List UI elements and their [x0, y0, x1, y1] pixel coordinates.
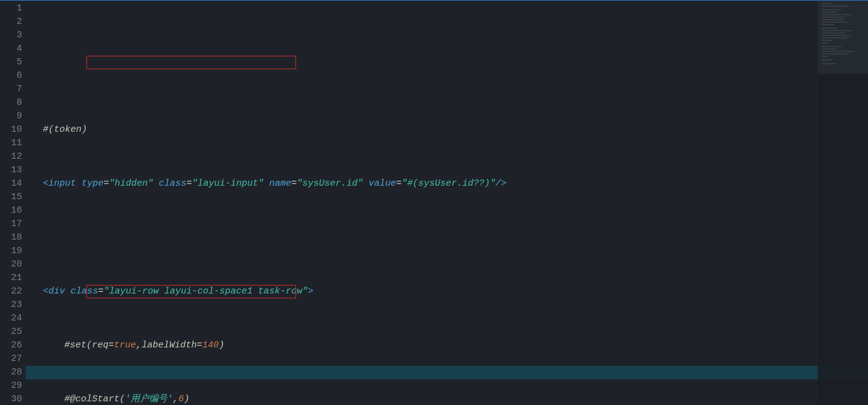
line-number: 15	[0, 191, 26, 204]
current-line-highlight	[26, 366, 868, 379]
highlight-box	[86, 285, 296, 298]
line-number: 7	[0, 83, 26, 96]
line-number: 20	[0, 258, 26, 271]
line-number: 25	[0, 325, 26, 339]
line-number: 5	[0, 56, 26, 69]
line-number: 29	[0, 379, 26, 393]
line-number: 14	[0, 177, 26, 191]
line-number: 28	[0, 366, 26, 379]
highlight-box	[86, 56, 296, 69]
line-number: 1	[0, 2, 26, 15]
line-number: 30	[0, 393, 26, 405]
code-line[interactable]: #set(req=true,labelWidth=140)	[26, 339, 868, 352]
line-number-gutter: 1 2 3 4 5 6 7 8 9 10 11 12 13 14 15 16 1…	[0, 1, 26, 405]
line-number: 12	[0, 150, 26, 164]
code-line[interactable]: #(token)	[26, 123, 868, 137]
line-number: 23	[0, 298, 26, 312]
code-area[interactable]: #(token) <input type="hidden" class="lay…	[26, 1, 868, 405]
line-number: 6	[0, 69, 26, 83]
line-number: 4	[0, 42, 26, 56]
line-number: 16	[0, 204, 26, 218]
line-number: 18	[0, 231, 26, 244]
code-line[interactable]: <input type="hidden" class="layui-input"…	[26, 177, 868, 191]
line-number: 26	[0, 339, 26, 352]
line-number: 8	[0, 96, 26, 110]
line-number: 11	[0, 137, 26, 150]
line-number: 27	[0, 352, 26, 366]
line-number: 9	[0, 110, 26, 123]
line-number: 13	[0, 164, 26, 177]
minimap[interactable]	[818, 1, 868, 405]
line-number: 22	[0, 285, 26, 298]
line-number: 24	[0, 312, 26, 325]
line-number: 3	[0, 29, 26, 42]
code-line[interactable]: #@colStart('用户编号',6)	[26, 393, 868, 405]
code-editor[interactable]: 1 2 3 4 5 6 7 8 9 10 11 12 13 14 15 16 1…	[0, 0, 868, 405]
line-number: 19	[0, 244, 26, 258]
line-number: 17	[0, 218, 26, 231]
code-line[interactable]	[26, 231, 868, 244]
line-number: 10	[0, 123, 26, 137]
line-number: 21	[0, 271, 26, 285]
line-number: 2	[0, 15, 26, 29]
